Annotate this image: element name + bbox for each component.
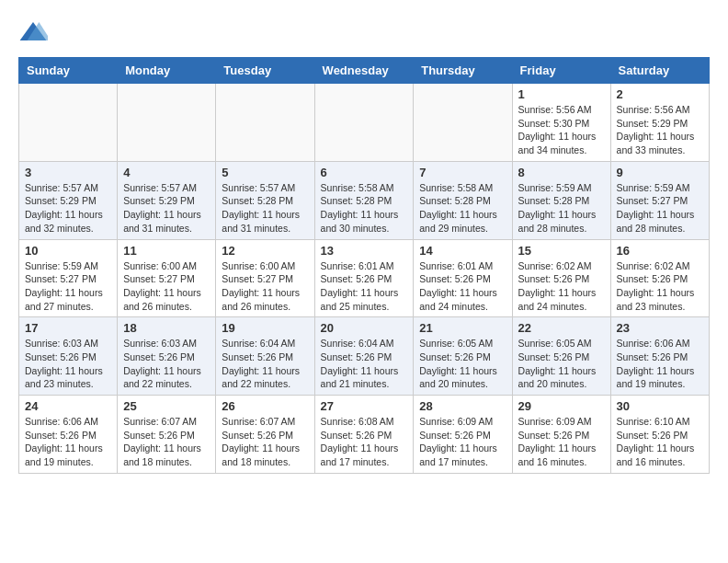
logo	[18, 18, 51, 48]
day-number: 21	[419, 321, 506, 335]
calendar-day-cell: 30Sunrise: 6:10 AM Sunset: 5:26 PM Dayli…	[610, 396, 709, 474]
day-number: 14	[419, 244, 506, 258]
day-number: 23	[617, 321, 703, 335]
day-info: Sunrise: 6:03 AM Sunset: 5:26 PM Dayligh…	[123, 337, 210, 391]
day-info: Sunrise: 5:56 AM Sunset: 5:29 PM Dayligh…	[617, 103, 703, 157]
calendar-day-cell: 3Sunrise: 5:57 AM Sunset: 5:29 PM Daylig…	[19, 161, 118, 239]
day-info: Sunrise: 6:03 AM Sunset: 5:26 PM Dayligh…	[25, 337, 111, 391]
day-info: Sunrise: 6:02 AM Sunset: 5:26 PM Dayligh…	[617, 259, 703, 314]
day-number: 15	[518, 244, 605, 258]
calendar-day-cell: 19Sunrise: 6:04 AM Sunset: 5:26 PM Dayli…	[216, 317, 314, 396]
calendar-day-cell: 8Sunrise: 5:59 AM Sunset: 5:28 PM Daylig…	[512, 161, 610, 239]
day-number: 29	[518, 399, 605, 413]
day-number: 11	[123, 244, 210, 258]
day-info: Sunrise: 5:59 AM Sunset: 5:28 PM Dayligh…	[518, 181, 605, 236]
calendar-day-cell: 21Sunrise: 6:05 AM Sunset: 5:26 PM Dayli…	[414, 317, 512, 396]
day-number: 10	[25, 244, 111, 258]
calendar-day-cell	[314, 84, 414, 162]
day-info: Sunrise: 6:07 AM Sunset: 5:26 PM Dayligh…	[222, 415, 308, 469]
day-info: Sunrise: 6:05 AM Sunset: 5:26 PM Dayligh…	[419, 337, 506, 391]
calendar-header-row: SundayMondayTuesdayWednesdayThursdayFrid…	[19, 58, 710, 84]
calendar-week-row: 1Sunrise: 5:56 AM Sunset: 5:30 PM Daylig…	[19, 84, 710, 162]
day-info: Sunrise: 5:57 AM Sunset: 5:28 PM Dayligh…	[222, 181, 308, 236]
calendar-day-cell: 4Sunrise: 5:57 AM Sunset: 5:29 PM Daylig…	[118, 161, 216, 239]
calendar-day-cell	[414, 84, 512, 162]
calendar-day-cell: 20Sunrise: 6:04 AM Sunset: 5:26 PM Dayli…	[314, 317, 414, 396]
day-number: 22	[518, 321, 605, 335]
day-number: 30	[617, 399, 703, 413]
day-info: Sunrise: 5:57 AM Sunset: 5:29 PM Dayligh…	[25, 181, 111, 236]
calendar-day-cell: 23Sunrise: 6:06 AM Sunset: 5:26 PM Dayli…	[610, 317, 709, 396]
calendar-day-cell: 15Sunrise: 6:02 AM Sunset: 5:26 PM Dayli…	[512, 239, 610, 317]
day-number: 26	[222, 399, 308, 413]
day-info: Sunrise: 5:58 AM Sunset: 5:28 PM Dayligh…	[321, 181, 408, 236]
day-number: 2	[617, 87, 703, 101]
calendar-day-cell	[216, 84, 314, 162]
day-of-week-header: Sunday	[19, 58, 118, 84]
day-info: Sunrise: 6:01 AM Sunset: 5:26 PM Dayligh…	[419, 259, 506, 314]
calendar-week-row: 10Sunrise: 5:59 AM Sunset: 5:27 PM Dayli…	[19, 239, 710, 317]
day-number: 18	[123, 321, 210, 335]
calendar-day-cell: 12Sunrise: 6:00 AM Sunset: 5:27 PM Dayli…	[216, 239, 314, 317]
day-info: Sunrise: 6:04 AM Sunset: 5:26 PM Dayligh…	[321, 337, 408, 391]
calendar-day-cell: 27Sunrise: 6:08 AM Sunset: 5:26 PM Dayli…	[314, 396, 414, 474]
day-number: 28	[419, 399, 506, 413]
calendar-day-cell: 14Sunrise: 6:01 AM Sunset: 5:26 PM Dayli…	[414, 239, 512, 317]
day-number: 24	[25, 399, 111, 413]
day-info: Sunrise: 6:08 AM Sunset: 5:26 PM Dayligh…	[321, 415, 408, 469]
calendar-day-cell: 5Sunrise: 5:57 AM Sunset: 5:28 PM Daylig…	[216, 161, 314, 239]
day-number: 8	[518, 166, 605, 179]
day-info: Sunrise: 6:07 AM Sunset: 5:26 PM Dayligh…	[123, 415, 210, 469]
day-of-week-header: Friday	[512, 58, 610, 84]
day-info: Sunrise: 5:57 AM Sunset: 5:29 PM Dayligh…	[123, 181, 210, 236]
day-number: 9	[617, 166, 703, 179]
day-number: 1	[518, 87, 605, 101]
calendar-day-cell: 7Sunrise: 5:58 AM Sunset: 5:28 PM Daylig…	[414, 161, 512, 239]
calendar-day-cell: 13Sunrise: 6:01 AM Sunset: 5:26 PM Dayli…	[314, 239, 414, 317]
day-info: Sunrise: 6:00 AM Sunset: 5:27 PM Dayligh…	[123, 259, 210, 314]
calendar-day-cell: 29Sunrise: 6:09 AM Sunset: 5:26 PM Dayli…	[512, 396, 610, 474]
calendar-day-cell: 10Sunrise: 5:59 AM Sunset: 5:27 PM Dayli…	[19, 239, 118, 317]
calendar-day-cell: 6Sunrise: 5:58 AM Sunset: 5:28 PM Daylig…	[314, 161, 414, 239]
day-number: 19	[222, 321, 308, 335]
calendar-day-cell: 1Sunrise: 5:56 AM Sunset: 5:30 PM Daylig…	[512, 84, 610, 162]
day-info: Sunrise: 6:09 AM Sunset: 5:26 PM Dayligh…	[419, 415, 506, 469]
day-info: Sunrise: 6:05 AM Sunset: 5:26 PM Dayligh…	[518, 337, 605, 391]
day-info: Sunrise: 6:00 AM Sunset: 5:27 PM Dayligh…	[222, 259, 308, 314]
day-info: Sunrise: 5:56 AM Sunset: 5:30 PM Dayligh…	[518, 103, 605, 157]
day-number: 13	[321, 244, 408, 258]
day-info: Sunrise: 6:01 AM Sunset: 5:26 PM Dayligh…	[321, 259, 408, 314]
day-number: 17	[25, 321, 111, 335]
day-number: 6	[321, 166, 408, 179]
calendar-day-cell: 18Sunrise: 6:03 AM Sunset: 5:26 PM Dayli…	[118, 317, 216, 396]
calendar-day-cell: 11Sunrise: 6:00 AM Sunset: 5:27 PM Dayli…	[118, 239, 216, 317]
day-info: Sunrise: 5:58 AM Sunset: 5:28 PM Dayligh…	[419, 181, 506, 236]
calendar-day-cell: 22Sunrise: 6:05 AM Sunset: 5:26 PM Dayli…	[512, 317, 610, 396]
day-info: Sunrise: 5:59 AM Sunset: 5:27 PM Dayligh…	[25, 259, 111, 314]
day-info: Sunrise: 6:04 AM Sunset: 5:26 PM Dayligh…	[222, 337, 308, 391]
day-of-week-header: Tuesday	[216, 58, 314, 84]
calendar-day-cell: 26Sunrise: 6:07 AM Sunset: 5:26 PM Dayli…	[216, 396, 314, 474]
day-number: 16	[617, 244, 703, 258]
calendar-day-cell: 9Sunrise: 5:59 AM Sunset: 5:27 PM Daylig…	[610, 161, 709, 239]
calendar-day-cell: 16Sunrise: 6:02 AM Sunset: 5:26 PM Dayli…	[610, 239, 709, 317]
day-of-week-header: Monday	[118, 58, 216, 84]
calendar-week-row: 3Sunrise: 5:57 AM Sunset: 5:29 PM Daylig…	[19, 161, 710, 239]
day-number: 3	[25, 166, 111, 179]
day-of-week-header: Saturday	[610, 58, 709, 84]
calendar-table: SundayMondayTuesdayWednesdayThursdayFrid…	[18, 57, 710, 474]
calendar-day-cell	[19, 84, 118, 162]
calendar-day-cell: 2Sunrise: 5:56 AM Sunset: 5:29 PM Daylig…	[610, 84, 709, 162]
day-info: Sunrise: 5:59 AM Sunset: 5:27 PM Dayligh…	[617, 181, 703, 236]
calendar-day-cell: 17Sunrise: 6:03 AM Sunset: 5:26 PM Dayli…	[19, 317, 118, 396]
day-info: Sunrise: 6:02 AM Sunset: 5:26 PM Dayligh…	[518, 259, 605, 314]
day-info: Sunrise: 6:09 AM Sunset: 5:26 PM Dayligh…	[518, 415, 605, 469]
calendar-day-cell	[118, 84, 216, 162]
day-number: 25	[123, 399, 210, 413]
day-of-week-header: Wednesday	[314, 58, 414, 84]
day-of-week-header: Thursday	[414, 58, 512, 84]
day-number: 12	[222, 244, 308, 258]
day-number: 5	[222, 166, 308, 179]
day-number: 7	[419, 166, 506, 179]
day-info: Sunrise: 6:06 AM Sunset: 5:26 PM Dayligh…	[25, 415, 111, 469]
